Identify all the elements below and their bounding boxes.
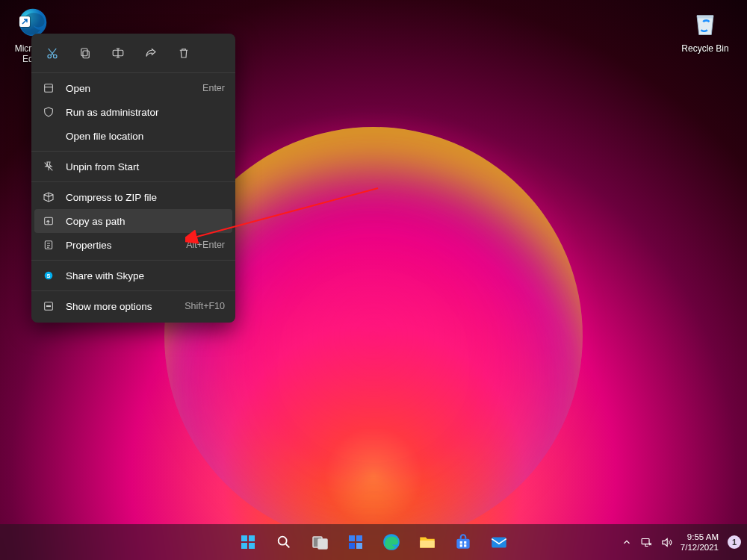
- network-icon[interactable]: [640, 536, 653, 549]
- svg-rect-6: [45, 84, 53, 93]
- cut-icon[interactable]: [43, 44, 61, 62]
- search-button[interactable]: [269, 527, 299, 557]
- svg-rect-19: [249, 543, 255, 549]
- svg-rect-4: [81, 49, 87, 56]
- tray-overflow-button[interactable]: [618, 527, 636, 557]
- menu-separator: [31, 181, 235, 182]
- menu-separator: [31, 72, 235, 73]
- menu-item-copy-as-path[interactable]: Copy as path: [34, 209, 232, 233]
- widgets-button[interactable]: [341, 527, 371, 557]
- svg-rect-30: [460, 541, 462, 544]
- desktop-icon-label: Recycle Bin: [681, 43, 728, 54]
- notification-center-button[interactable]: 1: [728, 535, 741, 549]
- more-icon: [42, 299, 55, 313]
- taskbar: 9:55 AM 7/12/2021 1: [0, 524, 747, 560]
- menu-item-label: Open file location: [66, 131, 225, 142]
- clock-date: 7/12/2021: [681, 542, 719, 553]
- taskbar-system-tray: 9:55 AM 7/12/2021 1: [618, 524, 741, 560]
- menu-item-share-with-skype[interactable]: S Share with Skype: [31, 264, 235, 287]
- svg-point-20: [279, 537, 287, 545]
- desktop-icon-recycle-bin[interactable]: Recycle Bin: [677, 4, 734, 54]
- svg-point-13: [48, 305, 49, 306]
- zip-icon: [42, 190, 55, 204]
- svg-rect-22: [318, 539, 327, 549]
- svg-rect-31: [464, 541, 466, 544]
- menu-item-show-more-options[interactable]: Show more options Shift+F10: [31, 294, 235, 318]
- svg-rect-35: [642, 538, 649, 544]
- recycle-bin-icon: [687, 4, 723, 40]
- copy-icon[interactable]: [76, 44, 94, 62]
- taskbar-center: [233, 524, 514, 560]
- context-menu-toolbar: [31, 38, 235, 69]
- open-icon: [42, 81, 55, 95]
- properties-icon: [42, 238, 55, 252]
- svg-rect-34: [492, 538, 506, 548]
- menu-separator: [31, 260, 235, 261]
- menu-separator: [31, 151, 235, 152]
- menu-item-shortcut: Alt+Enter: [186, 240, 225, 250]
- delete-icon[interactable]: [175, 44, 193, 62]
- rename-icon[interactable]: [109, 44, 127, 62]
- shield-icon: [42, 105, 55, 119]
- svg-point-14: [49, 305, 50, 306]
- menu-item-open-file-location[interactable]: Open file location: [31, 124, 235, 148]
- svg-rect-25: [349, 543, 355, 549]
- taskbar-clock[interactable]: 9:55 AM 7/12/2021: [681, 532, 719, 553]
- svg-point-12: [46, 305, 47, 306]
- svg-rect-32: [460, 544, 462, 547]
- menu-item-compress-zip[interactable]: Compress to ZIP file: [31, 185, 235, 209]
- svg-rect-18: [241, 543, 247, 549]
- svg-rect-26: [356, 543, 362, 549]
- svg-point-2: [54, 55, 58, 58]
- tray-icons[interactable]: [640, 536, 673, 549]
- svg-rect-3: [83, 51, 89, 58]
- notification-count: 1: [732, 538, 737, 547]
- menu-item-shortcut: Enter: [202, 83, 225, 93]
- menu-item-label: Show more options: [66, 301, 174, 312]
- shortcut-arrow-icon: [19, 16, 30, 27]
- svg-text:S: S: [47, 273, 51, 279]
- svg-rect-24: [356, 535, 362, 541]
- svg-rect-28: [420, 541, 435, 548]
- menu-separator: [31, 290, 235, 291]
- start-button[interactable]: [233, 527, 263, 557]
- menu-item-label: Share with Skype: [66, 270, 225, 281]
- skype-icon: S: [42, 269, 55, 282]
- menu-item-properties[interactable]: Properties Alt+Enter: [31, 233, 235, 257]
- task-view-button[interactable]: [305, 527, 335, 557]
- clock-time: 9:55 AM: [687, 532, 719, 542]
- menu-item-shortcut: Shift+F10: [185, 301, 225, 311]
- menu-item-run-as-admin[interactable]: Run as administrator: [31, 100, 235, 124]
- volume-icon[interactable]: [660, 536, 673, 549]
- svg-rect-33: [464, 544, 466, 547]
- svg-rect-29: [456, 539, 469, 549]
- svg-point-1: [48, 55, 52, 58]
- taskbar-app-edge[interactable]: [376, 527, 406, 557]
- menu-item-unpin-from-start[interactable]: Unpin from Start: [31, 155, 235, 178]
- copy-path-icon: [42, 214, 55, 228]
- context-menu: Open Enter Run as administrator Open fil…: [31, 34, 235, 323]
- menu-item-label: Copy as path: [66, 216, 225, 227]
- menu-item-label: Run as administrator: [66, 107, 225, 118]
- svg-rect-23: [349, 535, 355, 541]
- menu-item-label: Compress to ZIP file: [66, 192, 225, 203]
- taskbar-app-explorer[interactable]: [412, 527, 442, 557]
- desktop-wallpaper: Microsoft Edge Recycle Bin Open Enter: [0, 0, 747, 560]
- menu-item-open[interactable]: Open Enter: [31, 76, 235, 100]
- menu-item-label: Unpin from Start: [66, 161, 225, 172]
- menu-item-label: Properties: [66, 240, 176, 251]
- svg-rect-17: [249, 535, 255, 541]
- menu-item-label: Open: [66, 83, 192, 94]
- taskbar-app-mail[interactable]: [484, 527, 514, 557]
- taskbar-app-store[interactable]: [448, 527, 478, 557]
- unpin-icon: [42, 160, 55, 173]
- svg-rect-16: [241, 535, 247, 541]
- share-icon[interactable]: [142, 44, 160, 62]
